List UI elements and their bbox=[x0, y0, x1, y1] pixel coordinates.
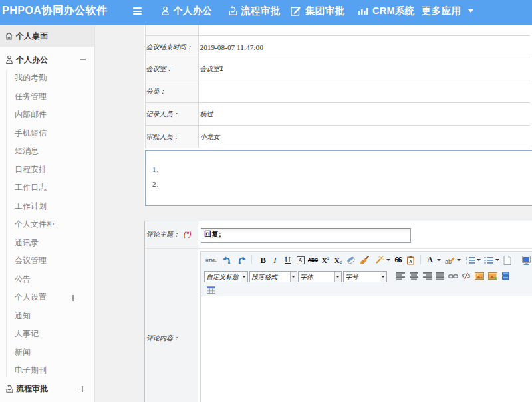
caret-down-icon[interactable] bbox=[386, 254, 392, 266]
align-center-icon[interactable] bbox=[407, 270, 420, 282]
sidebar-item-tasks[interactable]: 任务管理 bbox=[0, 88, 94, 106]
comment-content-row: 评论内容： HTML bbox=[145, 249, 532, 402]
new-page-icon[interactable] bbox=[501, 254, 514, 266]
sidebar-item-label: 公告 bbox=[15, 270, 31, 289]
superscript-icon[interactable]: X2 bbox=[319, 254, 332, 266]
underline-icon[interactable]: U bbox=[281, 254, 295, 266]
field-value: 小龙女 bbox=[200, 132, 220, 142]
label-cell bbox=[146, 25, 199, 35]
select-value: 字体 bbox=[301, 272, 313, 282]
wand-icon[interactable] bbox=[373, 254, 386, 266]
multi-image-icon[interactable] bbox=[486, 270, 499, 282]
image-icon[interactable] bbox=[473, 270, 486, 282]
align-left-icon[interactable] bbox=[394, 270, 408, 282]
select-arrow bbox=[290, 272, 297, 282]
sidebar-item-label: 通讯录 bbox=[15, 234, 39, 252]
caret-down-icon[interactable] bbox=[476, 254, 482, 266]
font-color-icon[interactable]: A bbox=[424, 254, 437, 266]
sidebar-item-meetings[interactable]: 会议管理 bbox=[0, 252, 94, 270]
sidebar-section-personal-office[interactable]: 个人办公 bbox=[0, 50, 94, 69]
sidebar-item-short-message[interactable]: 短消息 bbox=[0, 142, 94, 161]
italic-icon[interactable]: I bbox=[269, 254, 282, 266]
sidebar-item-label: 个人设置 bbox=[15, 288, 47, 307]
html-source-button[interactable]: HTML bbox=[203, 254, 219, 266]
strikethrough-icon[interactable]: ABC bbox=[307, 254, 320, 266]
expand-plus-icon[interactable] bbox=[79, 386, 85, 392]
justify-icon[interactable] bbox=[434, 270, 447, 282]
field-label: 记录人员： bbox=[146, 110, 180, 119]
format-brush-icon[interactable] bbox=[358, 254, 371, 266]
sidebar-item-work-plan[interactable]: 工作计划 bbox=[0, 197, 94, 216]
top-bar: PHPOA协同办公软件 个人办公 流程审批 集团审批 CRM系统 bbox=[0, 0, 532, 25]
paste-icon[interactable]: A bbox=[404, 254, 418, 266]
sidebar-item-internal-mail[interactable]: 内部邮件 bbox=[0, 106, 94, 124]
label-cell: 审批人员： bbox=[146, 126, 199, 148]
blockquote-icon[interactable]: 66 bbox=[392, 254, 405, 266]
ordered-list-icon[interactable]: 1 2 bbox=[464, 254, 477, 266]
media-icon[interactable] bbox=[499, 270, 512, 282]
field-label: 会议室： bbox=[146, 64, 173, 74]
nav-crm-system[interactable]: CRM系统 bbox=[358, 0, 415, 21]
nav-personal-office[interactable]: 个人办公 bbox=[162, 0, 212, 21]
sidebar-section-label: 流程审批 bbox=[16, 379, 48, 398]
sidebar-section-process-approval[interactable]: 流程审批 bbox=[0, 379, 94, 398]
undo-icon[interactable] bbox=[221, 254, 234, 266]
unlink-icon[interactable] bbox=[460, 270, 473, 282]
table-row: 会议结束时间： 2019-08-07 11:47:00 bbox=[146, 36, 530, 58]
sidebar-item-work-log[interactable]: 工作日志 bbox=[0, 179, 94, 197]
field-value: 杨过 bbox=[200, 110, 213, 119]
align-right-icon[interactable] bbox=[420, 270, 434, 282]
bar-chart-icon bbox=[358, 6, 369, 15]
eraser-icon[interactable] bbox=[344, 254, 358, 266]
nav-group-approval[interactable]: 集团审批 bbox=[291, 0, 344, 21]
collapse-minus-icon[interactable] bbox=[80, 59, 86, 60]
toolbar-separator bbox=[420, 255, 421, 264]
table-icon[interactable] bbox=[205, 284, 218, 296]
sidebar-item-schedule[interactable]: 日程安排 bbox=[0, 161, 94, 179]
sidebar-item-sms[interactable]: 手机短信 bbox=[0, 124, 94, 143]
font-family-select[interactable]: 字体 bbox=[298, 271, 342, 282]
field-label: 评论内容： bbox=[146, 334, 180, 343]
nav-more-apps[interactable]: 更多应用 bbox=[422, 0, 473, 21]
sidebar-item-attendance[interactable]: 我的考勤 bbox=[0, 69, 94, 88]
font-size-select[interactable]: 字号 bbox=[343, 271, 387, 282]
expand-plus-icon[interactable] bbox=[70, 295, 76, 301]
caret-down-icon[interactable] bbox=[436, 254, 442, 266]
comment-subject-input[interactable]: 回复; bbox=[201, 228, 411, 243]
nav-process-approval[interactable]: 流程审批 bbox=[229, 0, 280, 21]
sidebar-item-events[interactable]: 大事记 bbox=[0, 325, 94, 344]
user-icon bbox=[6, 55, 13, 64]
sidebar-item-label: 电子期刊 bbox=[15, 361, 47, 380]
field-label: 审批人员： bbox=[146, 132, 180, 142]
caret-down-icon[interactable] bbox=[456, 254, 462, 266]
table-row: 审批人员： 小龙女 bbox=[146, 126, 530, 148]
highlight-icon[interactable]: ab bbox=[444, 254, 457, 266]
fullscreen-icon[interactable] bbox=[520, 254, 532, 266]
table-row: 记录人员： 杨过 bbox=[146, 103, 530, 126]
heading-select[interactable]: 自定义标题 bbox=[204, 271, 248, 282]
link-icon[interactable] bbox=[447, 270, 460, 282]
editor-content-area[interactable] bbox=[201, 297, 532, 402]
sidebar-item-contacts[interactable]: 通讯录 bbox=[0, 234, 94, 252]
paragraph-format-select[interactable]: 段落格式 bbox=[249, 271, 297, 282]
sidebar-item-news[interactable]: 新闻 bbox=[0, 344, 94, 362]
hamburger-menu-icon[interactable] bbox=[133, 7, 142, 15]
font-style-icon[interactable]: A bbox=[294, 254, 307, 266]
edit-icon bbox=[291, 5, 301, 16]
sidebar-item-label: 手机短信 bbox=[15, 124, 47, 143]
bold-icon[interactable]: B bbox=[257, 254, 270, 266]
sidebar-item-desktop[interactable]: 个人桌面 bbox=[0, 25, 94, 47]
sidebar-item-settings[interactable]: 个人设置 bbox=[0, 288, 94, 307]
note-line: 2、 bbox=[152, 177, 532, 191]
unordered-list-icon[interactable] bbox=[482, 254, 495, 266]
nav-label: 流程审批 bbox=[241, 5, 280, 17]
subscript-icon[interactable]: X2 bbox=[332, 254, 345, 266]
redo-icon[interactable] bbox=[235, 254, 249, 266]
caret-down-icon[interactable] bbox=[495, 254, 501, 266]
sidebar-item-e-journal[interactable]: 电子期刊 bbox=[0, 361, 94, 380]
sidebar-item-file-cabinet[interactable]: 个人文件柜 bbox=[0, 215, 94, 234]
meeting-notes-box[interactable]: 1、 2、 bbox=[145, 150, 532, 206]
sidebar-item-notifications[interactable]: 通知 bbox=[0, 307, 94, 326]
sidebar-item-announcements[interactable]: 公告 bbox=[0, 270, 94, 289]
toolbar-separator bbox=[515, 255, 515, 264]
